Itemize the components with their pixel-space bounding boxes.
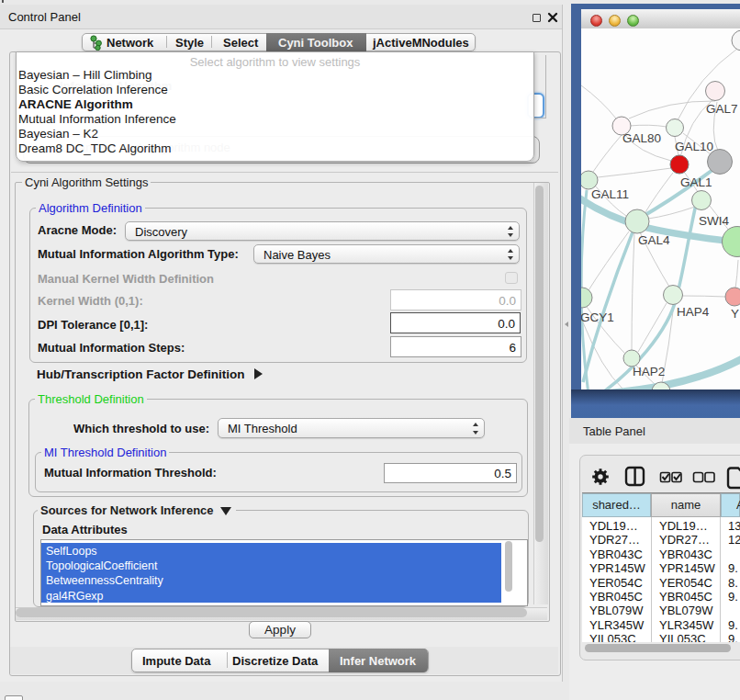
svg-text:GAL80: GAL80 [622,131,661,145]
svg-text:Y: Y [731,307,739,321]
svg-text:SWI4: SWI4 [699,214,729,228]
svg-text:HAP4: HAP4 [677,305,710,319]
svg-text:GAL11: GAL11 [591,187,629,201]
svg-text:HAP2: HAP2 [633,365,665,378]
svg-text:GAL10: GAL10 [675,140,713,153]
svg-text:GAL4: GAL4 [638,233,670,247]
svg-text:GAL1: GAL1 [680,175,712,189]
svg-text:GAL7: GAL7 [706,102,738,116]
svg-text:GCY1: GCY1 [581,310,614,324]
